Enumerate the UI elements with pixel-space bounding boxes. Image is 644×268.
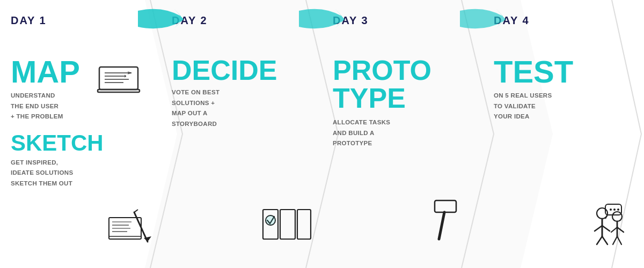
day1-sketch-desc: GET INSPIRED, IDEATE SOLUTIONS SKETCH TH… <box>11 158 153 189</box>
users-icon <box>585 202 633 252</box>
svg-point-39 <box>617 209 619 211</box>
day2-column: DAY 2 DECIDE VOTE ON BEST SOLUTIONS + MA… <box>161 0 322 268</box>
svg-line-28 <box>602 236 608 244</box>
day3-proto-desc: ALLOCATE TASKS AND BUILD A PROTOTYPE <box>333 117 475 149</box>
day3-label: DAY 3 <box>333 14 475 27</box>
day4-column: DAY 4 TEST ON 5 REAL USERS TO VALIDATE Y… <box>483 0 644 268</box>
day2-decide-desc: VOTE ON BEST SOLUTIONS + MAP OUT A STORY… <box>172 87 314 129</box>
svg-line-15 <box>134 210 138 212</box>
svg-point-20 <box>266 215 275 225</box>
day4-label: DAY 4 <box>494 14 636 27</box>
arrow-day3-to-day4 <box>457 4 511 38</box>
svg-rect-1 <box>99 67 138 90</box>
day1-sketch-title: SKETCH <box>11 132 153 154</box>
map-icon <box>97 64 145 99</box>
day1-label: DAY 1 <box>11 14 153 27</box>
svg-line-27 <box>597 236 602 244</box>
storyboard-icon <box>260 202 314 249</box>
day3-proto-title: PROTO TYPE <box>333 56 475 112</box>
svg-line-34 <box>617 236 621 244</box>
svg-rect-18 <box>297 210 311 239</box>
hammer-icon <box>429 196 470 247</box>
svg-line-31 <box>611 227 617 232</box>
svg-line-25 <box>595 226 602 231</box>
day2-decide-title: DECIDE <box>172 56 314 84</box>
day4-test-desc: ON 5 REAL USERS TO VALIDATE YOUR IDEA <box>494 91 636 122</box>
svg-line-22 <box>439 212 444 239</box>
main-layout: DAY 1 MAP UNDERSTAND THE END USER + THE … <box>0 0 644 268</box>
day3-column: DAY 3 PROTO TYPE ALLOCATE TASKS AND BUIL… <box>322 0 483 268</box>
svg-line-33 <box>613 236 617 244</box>
arrow-day1-to-day2 <box>135 4 189 38</box>
arrow-day2-to-day3 <box>296 4 350 38</box>
svg-point-37 <box>610 209 612 211</box>
svg-line-32 <box>617 227 624 232</box>
svg-rect-21 <box>435 200 456 212</box>
sketch-icon <box>105 207 156 252</box>
svg-rect-17 <box>280 210 295 239</box>
day4-test-title: TEST <box>494 56 636 87</box>
svg-point-29 <box>612 212 622 221</box>
day2-label: DAY 2 <box>172 14 314 27</box>
svg-rect-2 <box>98 90 140 92</box>
svg-line-26 <box>602 226 610 231</box>
svg-point-38 <box>613 209 616 211</box>
day1-column: DAY 1 MAP UNDERSTAND THE END USER + THE … <box>0 0 161 268</box>
